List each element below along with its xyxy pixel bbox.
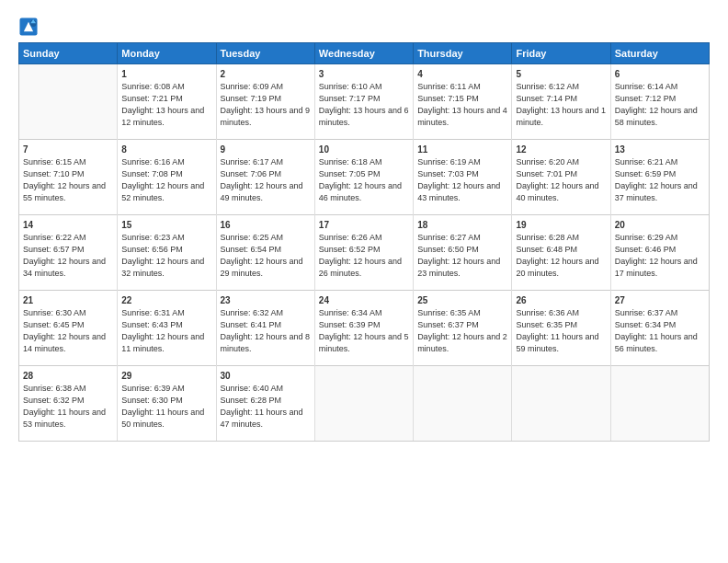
day-info: Sunrise: 6:27 AMSunset: 6:50 PMDaylight:… (417, 232, 507, 280)
day-number: 5 (516, 69, 606, 79)
day-info: Sunrise: 6:31 AMSunset: 6:43 PMDaylight:… (121, 307, 211, 355)
day-info: Sunrise: 6:38 AMSunset: 6:32 PMDaylight:… (23, 383, 113, 431)
day-cell (610, 366, 709, 442)
day-info: Sunrise: 6:39 AMSunset: 6:30 PMDaylight:… (121, 383, 211, 431)
day-info: Sunrise: 6:22 AMSunset: 6:57 PMDaylight:… (23, 232, 113, 280)
week-row-2: 7Sunrise: 6:15 AMSunset: 7:10 PMDaylight… (19, 140, 710, 215)
day-cell: 14Sunrise: 6:22 AMSunset: 6:57 PMDayligh… (19, 215, 118, 291)
day-cell: 21Sunrise: 6:30 AMSunset: 6:45 PMDayligh… (19, 291, 118, 366)
header-row: SundayMondayTuesdayWednesdayThursdayFrid… (19, 43, 710, 64)
day-info: Sunrise: 6:14 AMSunset: 7:12 PMDaylight:… (615, 81, 705, 129)
day-cell: 25Sunrise: 6:35 AMSunset: 6:37 PMDayligh… (414, 291, 512, 366)
day-info: Sunrise: 6:17 AMSunset: 7:06 PMDaylight:… (221, 156, 311, 204)
day-cell: 30Sunrise: 6:40 AMSunset: 6:28 PMDayligh… (216, 366, 314, 442)
day-number: 15 (121, 220, 211, 230)
week-row-3: 14Sunrise: 6:22 AMSunset: 6:57 PMDayligh… (19, 215, 710, 291)
day-info: Sunrise: 6:20 AMSunset: 7:01 PMDaylight:… (516, 156, 606, 204)
day-cell: 15Sunrise: 6:23 AMSunset: 6:56 PMDayligh… (118, 215, 216, 291)
col-header-thursday: Thursday (414, 43, 512, 64)
day-number: 6 (615, 69, 705, 79)
day-info: Sunrise: 6:26 AMSunset: 6:52 PMDaylight:… (319, 232, 409, 280)
day-info: Sunrise: 6:15 AMSunset: 7:10 PMDaylight:… (23, 156, 113, 204)
day-number: 20 (615, 220, 705, 230)
col-header-sunday: Sunday (19, 43, 118, 64)
day-cell: 20Sunrise: 6:29 AMSunset: 6:46 PMDayligh… (610, 215, 709, 291)
day-info: Sunrise: 6:40 AMSunset: 6:28 PMDaylight:… (221, 383, 311, 431)
week-row-4: 21Sunrise: 6:30 AMSunset: 6:45 PMDayligh… (19, 291, 710, 366)
day-number: 8 (121, 144, 211, 155)
week-row-1: 1Sunrise: 6:08 AMSunset: 7:21 PMDaylight… (19, 64, 710, 140)
day-number: 24 (319, 295, 409, 305)
col-header-monday: Monday (118, 43, 216, 64)
col-header-wednesday: Wednesday (314, 43, 413, 64)
day-number: 11 (417, 144, 507, 155)
day-cell: 29Sunrise: 6:39 AMSunset: 6:30 PMDayligh… (118, 366, 216, 442)
day-info: Sunrise: 6:19 AMSunset: 7:03 PMDaylight:… (417, 156, 507, 204)
day-number: 17 (319, 220, 409, 230)
day-cell (314, 366, 413, 442)
day-cell (19, 64, 118, 140)
day-cell: 3Sunrise: 6:10 AMSunset: 7:17 PMDaylight… (314, 64, 413, 140)
calendar-table: SundayMondayTuesdayWednesdayThursdayFrid… (18, 42, 710, 442)
day-number: 16 (221, 220, 311, 230)
day-info: Sunrise: 6:29 AMSunset: 6:46 PMDaylight:… (615, 232, 705, 280)
day-info: Sunrise: 6:21 AMSunset: 6:59 PMDaylight:… (615, 156, 705, 204)
col-header-friday: Friday (512, 43, 610, 64)
day-cell: 17Sunrise: 6:26 AMSunset: 6:52 PMDayligh… (314, 215, 413, 291)
day-cell: 13Sunrise: 6:21 AMSunset: 6:59 PMDayligh… (610, 140, 709, 215)
day-cell: 9Sunrise: 6:17 AMSunset: 7:06 PMDaylight… (216, 140, 314, 215)
day-info: Sunrise: 6:34 AMSunset: 6:39 PMDaylight:… (319, 307, 409, 355)
day-cell (414, 366, 512, 442)
day-number: 27 (615, 295, 705, 305)
day-cell (512, 366, 610, 442)
week-row-5: 28Sunrise: 6:38 AMSunset: 6:32 PMDayligh… (19, 366, 710, 442)
day-cell: 6Sunrise: 6:14 AMSunset: 7:12 PMDaylight… (610, 64, 709, 140)
day-cell: 24Sunrise: 6:34 AMSunset: 6:39 PMDayligh… (314, 291, 413, 366)
day-cell: 7Sunrise: 6:15 AMSunset: 7:10 PMDaylight… (19, 140, 118, 215)
day-cell: 16Sunrise: 6:25 AMSunset: 6:54 PMDayligh… (216, 215, 314, 291)
day-number: 26 (516, 295, 606, 305)
day-number: 28 (23, 371, 113, 381)
day-info: Sunrise: 6:37 AMSunset: 6:34 PMDaylight:… (615, 307, 705, 355)
day-number: 22 (121, 295, 211, 305)
day-number: 30 (221, 371, 311, 381)
logo-icon (18, 17, 39, 37)
day-number: 10 (319, 144, 409, 155)
day-number: 18 (417, 220, 507, 230)
day-number: 7 (23, 144, 113, 155)
day-cell: 8Sunrise: 6:16 AMSunset: 7:08 PMDaylight… (118, 140, 216, 215)
col-header-tuesday: Tuesday (216, 43, 314, 64)
day-info: Sunrise: 6:09 AMSunset: 7:19 PMDaylight:… (221, 81, 311, 129)
day-number: 2 (221, 69, 311, 79)
col-header-saturday: Saturday (610, 43, 709, 64)
day-number: 19 (516, 220, 606, 230)
day-cell: 23Sunrise: 6:32 AMSunset: 6:41 PMDayligh… (216, 291, 314, 366)
day-cell: 2Sunrise: 6:09 AMSunset: 7:19 PMDaylight… (216, 64, 314, 140)
day-info: Sunrise: 6:12 AMSunset: 7:14 PMDaylight:… (516, 81, 606, 129)
day-cell: 28Sunrise: 6:38 AMSunset: 6:32 PMDayligh… (19, 366, 118, 442)
day-number: 3 (319, 69, 409, 79)
day-cell: 5Sunrise: 6:12 AMSunset: 7:14 PMDaylight… (512, 64, 610, 140)
day-info: Sunrise: 6:32 AMSunset: 6:41 PMDaylight:… (221, 307, 311, 355)
day-cell: 19Sunrise: 6:28 AMSunset: 6:48 PMDayligh… (512, 215, 610, 291)
day-cell: 12Sunrise: 6:20 AMSunset: 7:01 PMDayligh… (512, 140, 610, 215)
day-cell: 4Sunrise: 6:11 AMSunset: 7:15 PMDaylight… (414, 64, 512, 140)
day-info: Sunrise: 6:11 AMSunset: 7:15 PMDaylight:… (417, 81, 507, 129)
day-number: 12 (516, 144, 606, 155)
day-info: Sunrise: 6:10 AMSunset: 7:17 PMDaylight:… (319, 81, 409, 129)
day-number: 23 (221, 295, 311, 305)
day-info: Sunrise: 6:36 AMSunset: 6:35 PMDaylight:… (516, 307, 606, 355)
day-number: 1 (121, 69, 211, 79)
day-cell: 1Sunrise: 6:08 AMSunset: 7:21 PMDaylight… (118, 64, 216, 140)
day-info: Sunrise: 6:18 AMSunset: 7:05 PMDaylight:… (319, 156, 409, 204)
day-number: 14 (23, 220, 113, 230)
day-cell: 11Sunrise: 6:19 AMSunset: 7:03 PMDayligh… (414, 140, 512, 215)
day-number: 21 (23, 295, 113, 305)
day-number: 29 (121, 371, 211, 381)
day-number: 4 (417, 69, 507, 79)
day-number: 13 (615, 144, 705, 155)
day-info: Sunrise: 6:16 AMSunset: 7:08 PMDaylight:… (121, 156, 211, 204)
day-info: Sunrise: 6:35 AMSunset: 6:37 PMDaylight:… (417, 307, 507, 355)
day-cell: 26Sunrise: 6:36 AMSunset: 6:35 PMDayligh… (512, 291, 610, 366)
day-info: Sunrise: 6:28 AMSunset: 6:48 PMDaylight:… (516, 232, 606, 280)
